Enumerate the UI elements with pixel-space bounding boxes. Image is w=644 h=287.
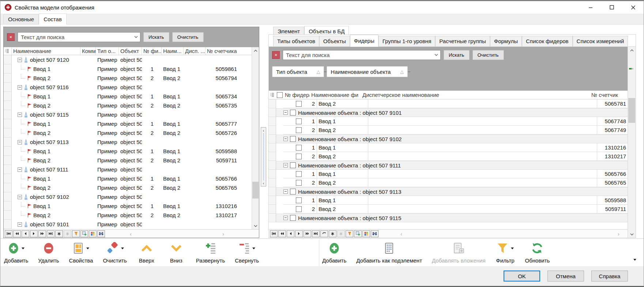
row-header-cell[interactable] [4, 147, 12, 156]
grid-row[interactable]: Наименование объекта : object 507 9102 [269, 135, 628, 143]
row-header-cell[interactable] [269, 117, 276, 126]
row-header-cell[interactable] [4, 156, 12, 165]
action-button[interactable]: Добавить как подэлемент [356, 240, 422, 264]
tree-row[interactable]: Ввод 2 Ввод 2 Пример object 50 [4, 128, 252, 137]
nav-button[interactable] [5, 230, 12, 237]
row-header-cell[interactable] [4, 55, 12, 64]
close-button[interactable] [622, 1, 644, 14]
nav-button[interactable] [346, 230, 353, 237]
row-header-cell[interactable] [269, 205, 276, 214]
col-feeder-no[interactable]: № фидера [285, 92, 310, 98]
dropdown-arrow-icon[interactable] [121, 248, 124, 249]
col-counter[interactable]: № счетчика [206, 47, 252, 55]
row-header-cell[interactable] [269, 178, 276, 187]
tree-row[interactable]: Ввод 1 Ввод 1 Пример object 50 [4, 64, 252, 73]
group-checkbox[interactable] [290, 110, 296, 116]
tree-row[interactable]: object 507 9115 object 507 9115 Пример [4, 110, 252, 119]
row-header-cell[interactable] [4, 165, 12, 174]
left-search-close-icon[interactable]: ✕ [7, 33, 15, 41]
help-button[interactable]: Справка [591, 271, 628, 282]
row-header-cell[interactable] [4, 183, 12, 192]
action-button[interactable]: Свернуть [235, 240, 259, 264]
grid-corner-icon[interactable] [4, 47, 12, 55]
sort-ascending-icon[interactable]: △ [400, 69, 403, 74]
scroll-thumb[interactable] [252, 182, 259, 199]
col-feeder-name[interactable]: Наим... [162, 47, 184, 55]
right-tab[interactable]: Объекты в БД [304, 26, 349, 35]
right-search-close-icon[interactable]: ✕ [272, 51, 280, 59]
sub-tab[interactable]: Группы 1-го уровня [379, 36, 436, 46]
right-vertical-scrollbar[interactable] [628, 47, 636, 238]
dropdown-arrow-icon[interactable] [511, 248, 514, 249]
collapse-box-icon[interactable] [18, 195, 22, 199]
splitter-collapse-icon[interactable]: ‹ [263, 129, 264, 132]
collapse-box-icon[interactable] [18, 222, 22, 227]
row-header-cell[interactable] [4, 119, 12, 128]
nav-button[interactable] [287, 230, 294, 237]
scroll-up-icon[interactable] [628, 47, 636, 54]
tree-row[interactable]: Ввод 1 Ввод 1 Пример object 50 [4, 92, 252, 101]
nav-button[interactable] [295, 230, 303, 237]
row-header-cell[interactable] [269, 170, 276, 178]
collapse-box-icon[interactable] [283, 137, 288, 141]
tree-row[interactable]: Ввод 2 Ввод 2 Пример object 50 [4, 73, 252, 83]
sort-ascending-icon[interactable]: △ [317, 69, 320, 74]
left-search-combobox[interactable] [18, 32, 140, 42]
tree-row[interactable]: object 507 9120 object 507 9120 Пример [4, 55, 252, 64]
sub-tab[interactable]: Расчетные группы [435, 36, 490, 46]
right-tab[interactable]: Элемент [273, 27, 304, 35]
group-checkbox[interactable] [290, 162, 296, 168]
toolbar-overflow-icon[interactable] [633, 259, 636, 261]
right-search-input[interactable] [283, 52, 432, 58]
scroll-down-icon[interactable] [252, 222, 259, 229]
nav-button[interactable] [80, 230, 88, 237]
select-all-checkbox[interactable] [277, 92, 283, 98]
panel-splitter[interactable]: ‹ ‹ [261, 127, 266, 186]
row-header-cell[interactable] [4, 220, 12, 229]
right-search-button[interactable]: Искать [444, 50, 470, 60]
scroll-up-icon[interactable] [252, 47, 259, 54]
grid-row[interactable]: 2 Ввод 2 5067749 [269, 126, 628, 135]
tree-row[interactable]: Ввод 1 Ввод 1 Пример object 50 [4, 201, 252, 211]
tree-row[interactable]: Ввод 1 Ввод 1 Пример object 50 [4, 147, 252, 156]
row-header-cell[interactable] [4, 128, 12, 137]
group-row[interactable]: Наименование объекта : object 507 9101 [276, 108, 628, 117]
scroll-down-icon[interactable] [628, 231, 636, 238]
grid-row[interactable]: 1 Ввод 1 5065766 [269, 170, 628, 178]
sub-tab[interactable]: Фидеры [350, 35, 379, 47]
row-checkbox[interactable] [296, 127, 302, 133]
action-button[interactable]: Свойства [69, 240, 93, 264]
grid-row[interactable]: 1 Ввод 1 1310216 [269, 143, 628, 152]
group-checkbox[interactable] [290, 136, 296, 142]
nav-button[interactable] [64, 230, 71, 237]
row-header-cell[interactable] [4, 192, 12, 201]
left-vertical-scrollbar[interactable] [252, 47, 259, 229]
sub-tab[interactable]: Список измерений [573, 36, 628, 46]
nav-button[interactable] [362, 230, 370, 237]
row-header-cell[interactable] [269, 152, 276, 161]
sub-tab[interactable]: Объекты [319, 36, 350, 46]
nav-button[interactable] [89, 230, 97, 237]
col-counter[interactable]: № счетчик [590, 91, 628, 99]
right-search-combobox[interactable] [283, 50, 441, 60]
grid-row[interactable]: Наименование объекта : object 507 9101 [269, 108, 628, 117]
row-header-cell[interactable] [269, 126, 276, 135]
nav-button[interactable] [13, 230, 21, 237]
action-button[interactable]: Добавить [4, 240, 28, 264]
chevron-down-icon[interactable] [432, 54, 440, 56]
action-button[interactable]: Добавить [322, 240, 346, 264]
nav-button[interactable] [30, 230, 38, 237]
row-header-cell[interactable] [4, 101, 12, 110]
row-checkbox[interactable] [296, 206, 302, 212]
col-object[interactable]: Объект [119, 47, 142, 55]
group-checkbox[interactable] [290, 215, 296, 221]
tree-row[interactable]: object 507 9113 object 507 9113 Пример [4, 137, 252, 147]
col-dispatcher-name[interactable]: Диспетчерское наименование [361, 91, 590, 99]
row-header-cell[interactable] [269, 214, 276, 222]
nav-button[interactable] [371, 230, 379, 237]
sub-tab[interactable]: Формулы [490, 36, 522, 46]
grid-row[interactable]: 2 Ввод 2 5059711 [269, 205, 628, 214]
tree-row[interactable]: object 507 9111 object 507 9111 Пример [4, 165, 252, 174]
grid-row[interactable]: 1 Ввод 1 5059588 [269, 196, 628, 205]
tree-row[interactable]: Ввод 1 Ввод 1 Пример object 50 [4, 174, 252, 183]
